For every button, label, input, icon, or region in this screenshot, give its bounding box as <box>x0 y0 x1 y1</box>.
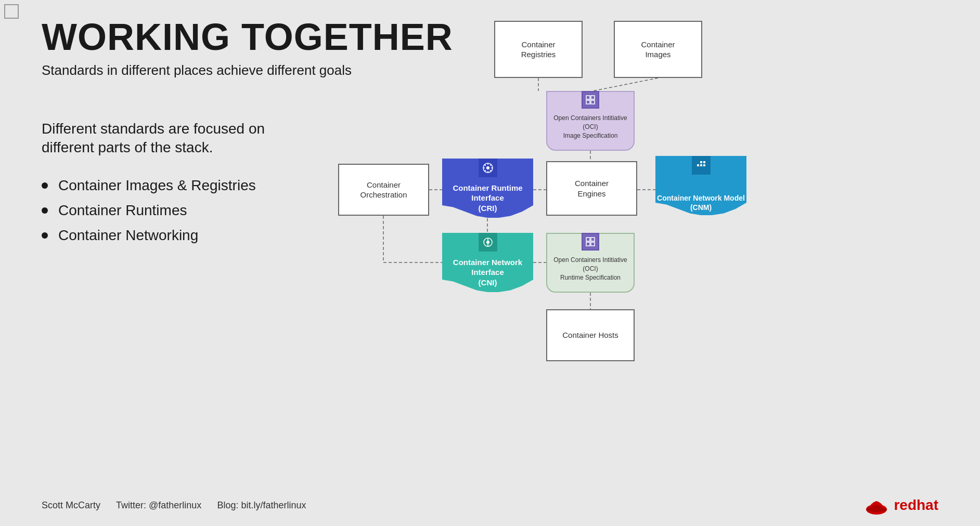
container-hosts-box: Container Hosts <box>546 309 635 361</box>
redhat-logo: redhat <box>865 495 938 516</box>
svg-rect-27 <box>703 164 705 166</box>
cnm-icon <box>692 156 711 175</box>
bullet-list: Container Images & Registries Container … <box>42 173 265 248</box>
container-orchestration-box: Container Orchestration <box>338 164 429 216</box>
cri-box: Container Runtime Interface(CRI) <box>442 159 533 221</box>
footer-left: Scott McCarty Twitter: @fatherlinux Blog… <box>42 500 306 511</box>
cni-icon <box>479 233 497 252</box>
svg-point-39 <box>866 507 887 512</box>
diagram-connections <box>323 0 978 526</box>
list-item: Container Images & Registries <box>42 173 265 198</box>
cnm-box: Container Network Model(CNM) <box>655 156 746 218</box>
svg-line-21 <box>484 165 485 166</box>
oci-runtime-icon-svg <box>585 236 596 247</box>
svg-point-31 <box>486 241 489 244</box>
oci-image-spec-box: Open Containers Intitiative (OCI)Image S… <box>546 91 635 151</box>
author-name: Scott McCarty <box>42 500 100 511</box>
svg-rect-11 <box>586 96 590 99</box>
svg-rect-34 <box>586 238 590 241</box>
oci-runtime-spec-box: Open Containers Intitiative (OCI)Runtime… <box>546 233 635 293</box>
svg-line-22 <box>490 170 491 171</box>
left-content: Different standards are focused ondiffer… <box>42 120 265 248</box>
slide: WORKING TOGETHER Standards in different … <box>0 0 980 526</box>
hosts-label: Container Hosts <box>562 330 618 340</box>
oci-image-icon <box>582 91 599 109</box>
docker-icon <box>696 160 706 170</box>
bullet-text: Container Networking <box>58 227 198 244</box>
svg-point-16 <box>486 166 489 169</box>
cri-icon <box>479 159 497 177</box>
svg-line-24 <box>484 170 485 171</box>
bullet-dot <box>42 182 48 189</box>
cni-icon-svg <box>483 237 493 247</box>
svg-line-1 <box>593 78 658 91</box>
svg-rect-35 <box>591 238 595 241</box>
cri-label: Container Runtime Interface(CRI) <box>442 183 533 214</box>
kubernetes-icon <box>482 162 494 174</box>
images-label: ContainerImages <box>641 40 675 60</box>
redhat-brand-text: redhat <box>894 497 938 514</box>
svg-rect-28 <box>700 161 702 163</box>
container-engines-box: ContainerEngines <box>546 161 637 216</box>
svg-rect-29 <box>703 161 705 163</box>
svg-rect-37 <box>591 242 595 246</box>
engines-label: ContainerEngines <box>575 178 609 199</box>
list-item: Container Runtimes <box>42 198 265 223</box>
oci-icon-svg <box>585 95 596 105</box>
list-item: Container Networking <box>42 223 265 248</box>
bullet-dot <box>42 207 48 214</box>
twitter-handle: Twitter: @fatherlinux <box>116 500 201 511</box>
footer: Scott McCarty Twitter: @fatherlinux Blog… <box>0 495 980 516</box>
svg-rect-25 <box>697 164 699 166</box>
redhat-hat-icon <box>865 495 888 516</box>
cnm-label: Container Network Model(CNM) <box>657 193 745 212</box>
oci-runtime-label: Open Containers Intitiative (OCI)Runtime… <box>552 256 628 282</box>
bullet-text: Container Runtimes <box>58 202 187 219</box>
svg-rect-26 <box>700 164 702 166</box>
container-images-box: ContainerImages <box>614 21 702 78</box>
orchestration-label: Container Orchestration <box>344 180 423 200</box>
oci-image-label: Open Containers Intitiative (OCI)Image S… <box>552 114 628 140</box>
svg-rect-12 <box>591 96 595 99</box>
cni-box: Container Network Interface(CNI) <box>442 233 533 295</box>
svg-rect-14 <box>591 100 595 104</box>
diagram: ContainerRegistries ContainerImages Open… <box>323 0 978 526</box>
svg-rect-13 <box>586 100 590 104</box>
bullet-text: Container Images & Registries <box>58 177 256 194</box>
bullet-dot <box>42 232 48 239</box>
registries-label: ContainerRegistries <box>521 40 556 60</box>
svg-line-23 <box>490 165 491 166</box>
corner-decoration <box>4 4 19 19</box>
blog-url: Blog: bit.ly/fatherlinux <box>217 500 306 511</box>
description: Different standards are focused ondiffer… <box>42 120 265 157</box>
svg-rect-36 <box>586 242 590 246</box>
oci-runtime-icon <box>582 233 599 251</box>
cni-label: Container Network Interface(CNI) <box>442 257 533 288</box>
container-registries-box: ContainerRegistries <box>494 21 583 78</box>
